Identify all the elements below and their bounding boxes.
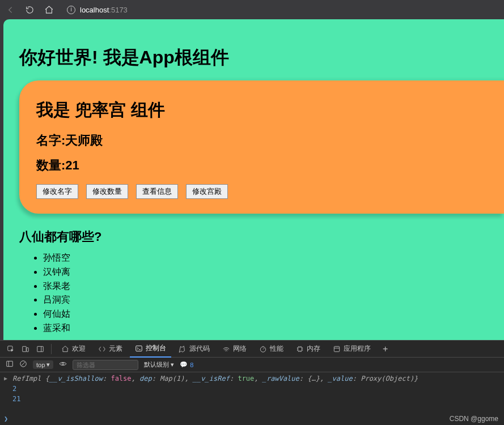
console-line[interactable]: 2 bbox=[0, 384, 504, 394]
view-info-button[interactable]: 查看信息 bbox=[136, 184, 178, 199]
svg-rect-5 bbox=[136, 346, 142, 351]
list-item: 何仙姑 bbox=[43, 307, 504, 321]
tab-console[interactable]: 控制台 bbox=[130, 341, 171, 358]
console-output[interactable]: ▶ RefImpl {__v_isShallow: false, dep: Ma… bbox=[0, 372, 504, 425]
home-icon[interactable] bbox=[43, 4, 54, 15]
chevron-down-icon: ▾ bbox=[171, 361, 174, 368]
browser-toolbar: i localhost:5173 bbox=[0, 0, 504, 19]
clear-console-icon[interactable] bbox=[19, 360, 27, 369]
page-title: 你好世界! 我是App根组件 bbox=[19, 45, 504, 70]
list-title: 八仙都有哪些? bbox=[19, 228, 504, 245]
tab-network[interactable]: 网络 bbox=[217, 341, 252, 358]
card-name: 名字:天师殿 bbox=[36, 132, 504, 149]
console-prompt-icon[interactable]: ❯ bbox=[4, 415, 8, 423]
expand-arrow-icon[interactable]: ▶ bbox=[4, 375, 7, 381]
info-icon[interactable]: i bbox=[67, 6, 75, 14]
live-expression-icon[interactable] bbox=[59, 360, 67, 369]
svg-rect-10 bbox=[7, 361, 13, 366]
list-item: 蓝采和 bbox=[43, 321, 504, 335]
page-viewport: 你好世界! 我是App根组件 我是 兜率宫 组件 名字:天师殿 数量:21 修改… bbox=[3, 19, 504, 340]
devtools-tabbar: 欢迎 元素 控制台 源代码 网络 性能 内存 应用程序 + bbox=[0, 341, 504, 358]
context-selector[interactable]: top ▾ bbox=[33, 360, 53, 369]
tab-sources[interactable]: 源代码 bbox=[173, 341, 215, 358]
divider bbox=[51, 344, 52, 354]
device-icon[interactable] bbox=[19, 341, 32, 358]
sidebar-toggle-icon[interactable] bbox=[6, 360, 14, 369]
log-level-selector[interactable]: 默认级别 ▾ bbox=[144, 360, 174, 369]
svg-rect-8 bbox=[334, 346, 339, 351]
list-item: 孙悟空 bbox=[43, 251, 504, 265]
tab-memory[interactable]: 内存 bbox=[291, 341, 325, 358]
devtools-panel: 欢迎 元素 控制台 源代码 网络 性能 内存 应用程序 + bbox=[0, 340, 504, 425]
change-name-button[interactable]: 修改名字 bbox=[36, 184, 78, 199]
issues-indicator[interactable]: 💬 8 bbox=[180, 361, 193, 368]
list-item: 张果老 bbox=[43, 279, 504, 294]
url-port: :5173 bbox=[109, 6, 128, 14]
console-filter-bar: top ▾ 默认级别 ▾ 💬 8 bbox=[0, 358, 504, 372]
card-quantity: 数量:21 bbox=[36, 157, 504, 174]
immortals-list: 孙悟空 汉钟离 张果老 吕洞宾 何仙姑 蓝采和 bbox=[19, 251, 504, 335]
tab-performance[interactable]: 性能 bbox=[254, 341, 289, 358]
svg-point-14 bbox=[62, 363, 65, 365]
tab-elements[interactable]: 元素 bbox=[93, 341, 128, 358]
list-item: 汉钟离 bbox=[43, 265, 504, 279]
url-host: localhost bbox=[80, 6, 109, 14]
svg-line-13 bbox=[22, 362, 26, 366]
tab-application[interactable]: 应用程序 bbox=[328, 341, 376, 358]
chat-icon: 💬 bbox=[180, 361, 188, 368]
svg-rect-2 bbox=[27, 347, 29, 351]
change-quantity-button[interactable]: 修改数量 bbox=[86, 184, 128, 199]
chevron-down-icon: ▾ bbox=[46, 361, 50, 368]
filter-input[interactable] bbox=[73, 360, 138, 370]
refresh-icon[interactable] bbox=[24, 4, 35, 15]
inspect-icon[interactable] bbox=[5, 341, 17, 358]
back-icon[interactable] bbox=[5, 4, 16, 15]
svg-rect-7 bbox=[298, 347, 302, 351]
change-palace-button[interactable]: 修改宫殿 bbox=[186, 184, 228, 199]
console-line[interactable]: ▶ RefImpl {__v_isShallow: false, dep: Ma… bbox=[0, 373, 504, 384]
watermark: CSDN @ggome bbox=[450, 415, 498, 423]
console-line[interactable]: 21 bbox=[0, 394, 504, 404]
card-title: 我是 兜率宫 组件 bbox=[36, 99, 504, 122]
panel-icon[interactable] bbox=[34, 341, 46, 358]
address-bar[interactable]: i localhost:5173 bbox=[62, 6, 128, 14]
svg-point-6 bbox=[260, 346, 265, 351]
component-card: 我是 兜率宫 组件 名字:天师殿 数量:21 修改名字 修改数量 查看信息 修改… bbox=[19, 80, 504, 214]
svg-rect-3 bbox=[37, 346, 44, 351]
add-tab-icon[interactable]: + bbox=[383, 344, 388, 354]
svg-rect-1 bbox=[23, 346, 26, 351]
list-item: 吕洞宾 bbox=[43, 293, 504, 307]
tab-welcome[interactable]: 欢迎 bbox=[56, 341, 91, 358]
button-row: 修改名字 修改数量 查看信息 修改宫殿 bbox=[36, 184, 504, 199]
